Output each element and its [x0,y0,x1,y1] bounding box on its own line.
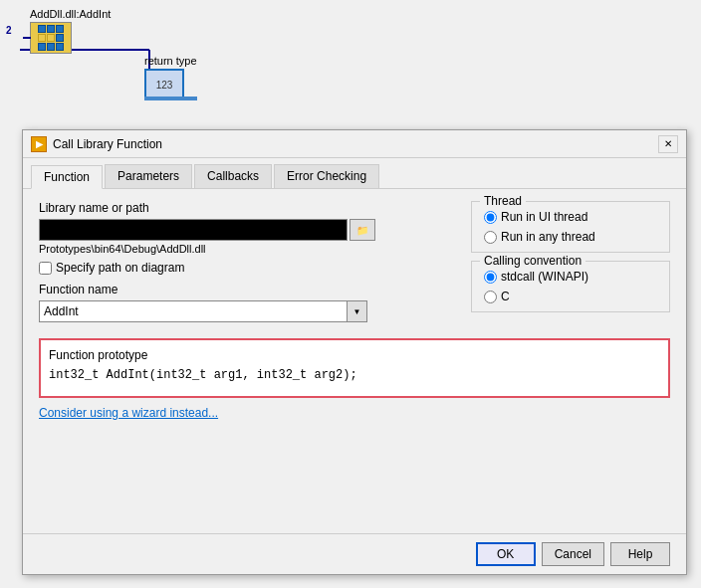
dialog-icon: ▶ [31,136,47,152]
vi-diagram-area: AddDll.dll:AddInt 2 return t [0,0,701,134]
cancel-button[interactable]: Cancel [542,542,604,566]
dialog-title: Call Library Function [53,137,658,151]
dialog-footer: OK Cancel Help [23,533,686,574]
vi-title: AddDll.dll:AddInt [30,8,111,20]
stdcall-row: stdcall (WINAPI) [484,270,657,284]
run-ui-thread-row: Run in UI thread [484,210,657,224]
prototype-label: Function prototype [49,348,660,362]
thread-group-label: Thread [480,194,526,208]
close-button[interactable]: ✕ [658,135,678,153]
tab-bar: Function Parameters Callbacks Error Chec… [23,158,686,189]
dialog-content: Library name or path 📁 Prototypes\bin64\… [23,189,686,432]
library-label: Library name or path [39,201,455,215]
prototype-section: Function prototype int32_t AddInt(int32_… [39,338,670,398]
wizard-link[interactable]: Consider using a wizard instead... [39,406,670,420]
help-button[interactable]: Help [610,542,670,566]
run-any-thread-radio[interactable] [484,231,497,244]
specify-path-row: Specify path on diagram [39,261,455,275]
c-conv-label: C [501,290,510,303]
c-conv-radio[interactable] [484,291,497,303]
calling-conv-label: Calling convention [480,254,585,268]
return-type-label: return type [144,55,197,67]
specify-path-checkbox[interactable] [39,262,52,275]
calling-conv-group: Calling convention stdcall (WINAPI) C [471,261,670,312]
left-column: Library name or path 📁 Prototypes\bin64\… [39,201,455,322]
tab-callbacks[interactable]: Callbacks [194,164,272,188]
browse-button[interactable]: 📁 [350,219,375,241]
path-display: Prototypes\bin64\Debug\AddDll.dll [39,243,455,255]
run-any-thread-label: Run in any thread [501,230,595,244]
run-ui-thread-label: Run in UI thread [501,210,587,224]
run-any-thread-row: Run in any thread [484,230,657,244]
dialog-titlebar: ▶ Call Library Function ✕ [23,130,686,158]
return-type-value: 123 [156,80,173,91]
ok-button[interactable]: OK [476,542,536,566]
specify-path-label: Specify path on diagram [56,261,184,275]
run-ui-thread-radio[interactable] [484,211,497,224]
function-name-label: Function name [39,283,455,296]
thread-group: Thread Run in UI thread Run in any threa… [471,201,670,253]
library-path-input-black[interactable] [39,219,348,241]
library-path-wrapper: 📁 [39,219,455,241]
return-type-node[interactable]: 123 [144,69,184,100]
tab-error-checking[interactable]: Error Checking [274,164,379,188]
tab-function[interactable]: Function [31,165,103,189]
right-column: Thread Run in UI thread Run in any threa… [471,201,670,322]
c-conv-row: C [484,290,657,303]
function-name-wrapper: ▼ [39,300,455,322]
return-type-area: return type 123 [144,55,197,100]
vi-node[interactable] [30,22,72,54]
call-library-dialog: ▶ Call Library Function ✕ Function Param… [22,129,687,575]
function-name-dropdown[interactable]: ▼ [348,300,367,322]
stdcall-radio[interactable] [484,271,497,284]
node-number: 2 [6,25,12,36]
prototype-text: int32_t AddInt(int32_t arg1, int32_t arg… [49,368,660,388]
two-column-layout: Library name or path 📁 Prototypes\bin64\… [39,201,670,322]
folder-icon: 📁 [356,225,368,236]
function-name-input[interactable] [39,300,348,322]
stdcall-label: stdcall (WINAPI) [501,270,588,284]
tab-parameters[interactable]: Parameters [105,164,192,188]
